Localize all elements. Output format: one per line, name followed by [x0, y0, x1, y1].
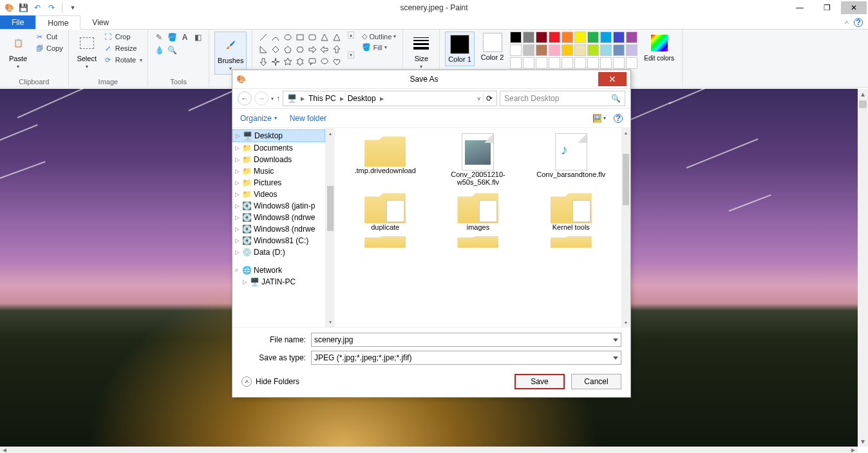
- save-icon[interactable]: 💾: [17, 1, 30, 14]
- shape-callout2-icon[interactable]: [319, 56, 330, 68]
- shape-pentagon-icon[interactable]: [282, 44, 294, 55]
- addr-dropdown-icon[interactable]: v: [475, 95, 484, 102]
- shape-5star-icon[interactable]: [282, 56, 294, 68]
- folder-scrollbar[interactable]: ▴ ▾: [621, 128, 630, 327]
- search-input[interactable]: Search Desktop 🔍: [500, 91, 625, 106]
- shape-hexagon-icon[interactable]: [294, 44, 306, 55]
- redo-icon[interactable]: ↷: [45, 1, 58, 14]
- tree-item[interactable]: ▷📁Documents: [232, 142, 325, 154]
- crumb-sep-icon[interactable]: ▸: [299, 94, 306, 103]
- brushes-button[interactable]: 🖌️ Brushes ▾: [214, 32, 247, 75]
- shape-rect-icon[interactable]: [294, 32, 306, 43]
- color-swatch[interactable]: [510, 32, 522, 43]
- color-swatch[interactable]: [523, 44, 534, 56]
- color2-button[interactable]: Color 2: [478, 32, 506, 62]
- eraser-tool-icon[interactable]: ◧: [192, 32, 203, 43]
- color-swatch[interactable]: [561, 32, 573, 43]
- shape-heart-icon[interactable]: [331, 56, 343, 68]
- hscroll-left-icon[interactable]: ◂: [0, 445, 9, 453]
- tree-item[interactable]: ▷📁Videos: [232, 189, 325, 200]
- organize-button[interactable]: Organize▾: [240, 114, 277, 123]
- close-button[interactable]: ✕: [841, 1, 867, 14]
- vertical-scrollbar[interactable]: ▴ ▾: [858, 89, 868, 447]
- color-swatch[interactable]: [600, 57, 612, 69]
- nav-forward-button[interactable]: →: [254, 91, 269, 106]
- shape-oval-icon[interactable]: [282, 32, 294, 43]
- shape-polygon-icon[interactable]: [319, 32, 330, 43]
- shape-darrow-icon[interactable]: [258, 56, 269, 68]
- scroll-thumb[interactable]: [859, 100, 867, 108]
- folder-scroll-thumb[interactable]: [623, 154, 629, 205]
- expand-icon[interactable]: ▷: [235, 180, 240, 186]
- color-swatch[interactable]: [613, 44, 625, 56]
- color-swatch[interactable]: [549, 32, 560, 43]
- expand-icon[interactable]: ▷: [235, 249, 240, 255]
- shape-callout-icon[interactable]: [307, 56, 318, 68]
- color-swatch[interactable]: [523, 32, 534, 43]
- color-swatch[interactable]: [613, 57, 625, 69]
- qat-customize-icon[interactable]: ▼: [66, 1, 79, 14]
- shape-6star-icon[interactable]: [294, 56, 306, 68]
- refresh-icon[interactable]: ⟳: [483, 94, 495, 103]
- color-swatch[interactable]: [574, 57, 586, 69]
- expand-icon[interactable]: ▷: [235, 237, 240, 244]
- shapes-gallery[interactable]: [258, 32, 343, 68]
- folder-item[interactable]: Kernel tools: [526, 190, 616, 231]
- size-button[interactable]: Size ▾: [408, 32, 434, 71]
- tree-scroll-down-icon[interactable]: ▾: [327, 318, 334, 326]
- edit-colors-button[interactable]: Edit colors: [641, 32, 677, 63]
- color-swatch[interactable]: [536, 32, 547, 43]
- tree-item[interactable]: ▷💿Data (D:): [232, 246, 325, 258]
- color-swatch[interactable]: [510, 57, 522, 69]
- save-button[interactable]: Save: [514, 374, 565, 389]
- expand-icon[interactable]: ▷: [243, 279, 248, 285]
- color-swatch[interactable]: [549, 57, 560, 69]
- pencil-tool-icon[interactable]: ✎: [153, 32, 165, 43]
- copy-button[interactable]: 🗐Copy: [35, 43, 63, 53]
- color-swatch[interactable]: [561, 57, 573, 69]
- folder-item[interactable]: [340, 235, 430, 248]
- shapes-scroll-up-icon[interactable]: ▴: [348, 32, 354, 39]
- tab-home[interactable]: Home: [35, 15, 80, 30]
- shape-rarrow-icon[interactable]: [307, 44, 318, 55]
- crop-button[interactable]: ⛶Crop: [104, 32, 142, 42]
- tab-view[interactable]: View: [80, 15, 120, 29]
- color-swatch[interactable]: [574, 44, 586, 56]
- color1-button[interactable]: Color 1: [445, 32, 474, 66]
- dialog-help-icon[interactable]: ?: [614, 114, 623, 123]
- color-swatch[interactable]: [600, 32, 612, 43]
- shape-line-icon[interactable]: [258, 32, 269, 43]
- color-swatch[interactable]: [626, 44, 637, 56]
- color-swatch[interactable]: [587, 44, 599, 56]
- scroll-up-icon[interactable]: ▴: [858, 89, 868, 99]
- hscroll-right-icon[interactable]: ▸: [849, 445, 858, 453]
- breadcrumb-desktop[interactable]: Desktop: [345, 94, 379, 103]
- expand-icon[interactable]: ▷: [235, 156, 240, 163]
- tree-item[interactable]: ▷💽Windows8 (jatin-p: [232, 200, 325, 212]
- address-bar[interactable]: 🖥️ ▸ This PC ▸ Desktop ▸ v ⟳: [283, 91, 497, 106]
- shape-larrow-icon[interactable]: [319, 44, 330, 55]
- color-swatch[interactable]: [587, 32, 599, 43]
- folder-scroll-down-icon[interactable]: ▾: [621, 318, 630, 327]
- dialog-close-button[interactable]: ✕: [598, 72, 627, 86]
- color-swatch[interactable]: [510, 44, 522, 56]
- crumb-sep-icon[interactable]: ▸: [339, 94, 345, 103]
- tree-item-network[interactable]: ▿🌐Network: [232, 264, 325, 276]
- tree-item[interactable]: ▷💽Windows81 (C:): [232, 235, 325, 246]
- cancel-button[interactable]: Cancel: [571, 374, 621, 389]
- filename-input[interactable]: scenery.jpg: [311, 333, 621, 347]
- color-swatch[interactable]: [587, 57, 599, 69]
- magnifier-tool-icon[interactable]: 🔍: [166, 44, 178, 56]
- nav-history-icon[interactable]: ▾: [271, 96, 274, 102]
- view-mode-icon[interactable]: 🖼️▾: [592, 114, 606, 123]
- shape-roundrect-icon[interactable]: [307, 32, 318, 43]
- minimize-button[interactable]: —: [787, 1, 813, 14]
- color-swatch[interactable]: [561, 44, 573, 56]
- color-swatch[interactable]: [626, 32, 637, 43]
- expand-icon[interactable]: ▷: [235, 145, 240, 151]
- color-swatch[interactable]: [613, 32, 625, 43]
- hide-folders-button[interactable]: ㅅ Hide Folders: [241, 376, 299, 387]
- color-swatch[interactable]: [600, 44, 612, 56]
- help-icon[interactable]: ?: [854, 18, 863, 27]
- resize-button[interactable]: ⤢Resize: [104, 43, 142, 53]
